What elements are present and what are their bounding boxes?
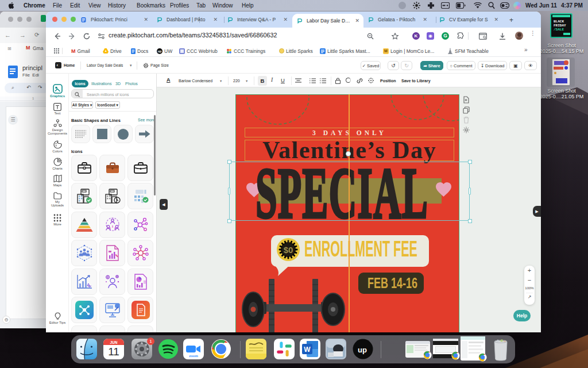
svg-text:zoom: zoom <box>189 354 198 358</box>
svg-text:$0: $0 <box>284 245 293 255</box>
svg-text:11: 11 <box>108 346 119 358</box>
svg-text:W: W <box>304 346 311 354</box>
svg-text:JUN: JUN <box>110 340 117 344</box>
svg-text:up: up <box>358 346 367 354</box>
